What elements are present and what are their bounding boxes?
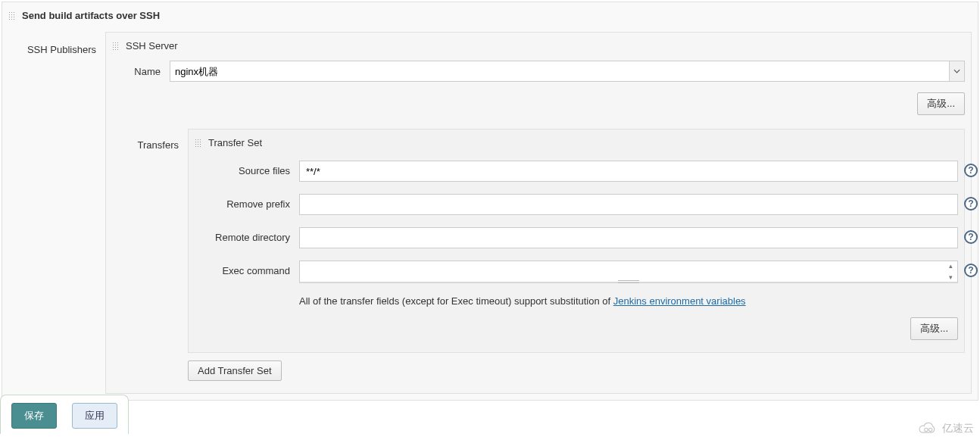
transfer-set-header: Transfer Set — [195, 130, 958, 154]
remote-directory-label: Remote directory — [195, 227, 299, 243]
svg-point-0 — [925, 428, 928, 431]
exec-command-label: Exec command — [195, 261, 299, 276]
section-title: Send build artifacts over SSH — [22, 10, 160, 21]
save-button[interactable]: 保存 — [11, 403, 57, 429]
bottom-action-bar: 保存 应用 — [0, 395, 129, 440]
remote-directory-input[interactable] — [299, 227, 958, 248]
ssh-server-block: SSH Server Name nginx机器 — [105, 32, 972, 394]
watermark: 亿速云 — [918, 422, 974, 435]
help-note: All of the transfer fields (except for E… — [195, 289, 958, 311]
apply-button[interactable]: 应用 — [72, 403, 117, 429]
cloud-logo-icon — [918, 422, 938, 435]
source-files-input[interactable] — [299, 161, 958, 182]
env-variables-link[interactable]: Jenkins environment variables — [613, 295, 746, 307]
remove-prefix-label: Remove prefix — [195, 194, 299, 210]
svg-point-1 — [929, 428, 932, 431]
help-icon[interactable]: ? — [964, 230, 978, 244]
resize-gripper-icon[interactable] — [618, 280, 639, 283]
help-icon[interactable]: ? — [964, 197, 978, 211]
ssh-server-name-select[interactable]: nginx机器 — [170, 61, 965, 82]
add-transfer-set-button[interactable]: Add Transfer Set — [188, 360, 282, 381]
drag-handle-icon[interactable] — [8, 11, 16, 20]
help-icon[interactable]: ? — [964, 164, 978, 177]
watermark-text: 亿速云 — [942, 422, 974, 435]
ssh-publish-section: Send build artifacts over SSH SSH Publis… — [2, 2, 978, 401]
advanced-button[interactable]: 高级... — [917, 92, 965, 115]
remove-prefix-input[interactable] — [299, 194, 958, 215]
name-label: Name — [112, 66, 170, 77]
drag-handle-icon[interactable] — [112, 42, 120, 51]
transfers-label: Transfers — [112, 129, 188, 381]
transfer-set-block: Transfer Set Source files ? Remove — [188, 129, 965, 353]
help-icon[interactable]: ? — [964, 264, 978, 277]
ssh-server-header: SSH Server — [106, 33, 971, 56]
source-files-label: Source files — [195, 161, 299, 176]
ssh-publishers-label: SSH Publishers — [8, 32, 105, 394]
drag-handle-icon[interactable] — [195, 139, 202, 148]
exec-command-input[interactable] — [300, 261, 957, 282]
advanced-button-2[interactable]: 高级... — [910, 317, 958, 340]
section-header: Send build artifacts over SSH — [2, 2, 978, 29]
